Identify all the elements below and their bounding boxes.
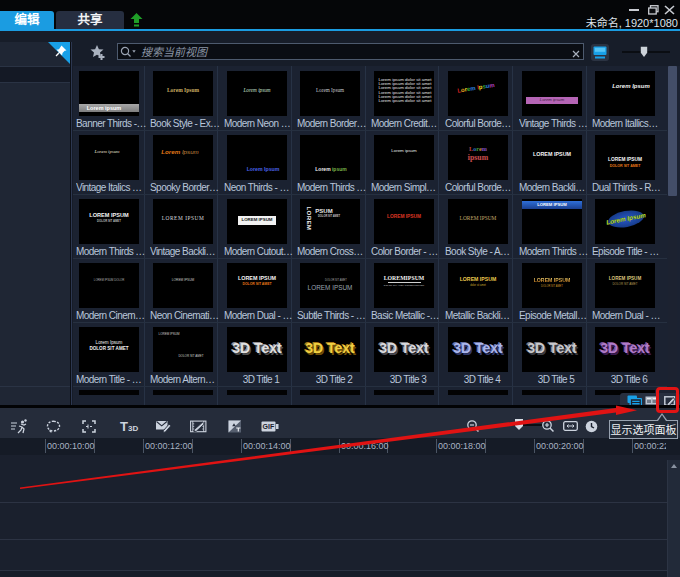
svg-text:GIF: GIF xyxy=(263,423,275,430)
